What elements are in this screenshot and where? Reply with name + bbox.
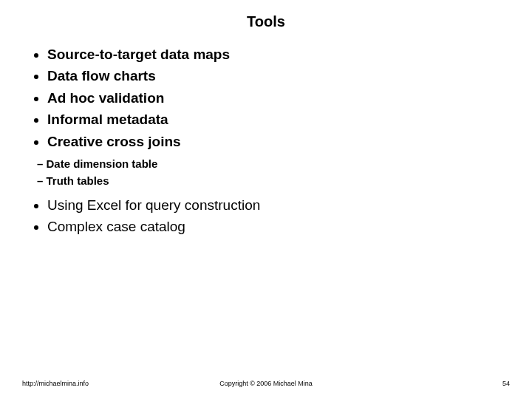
slide-content: Source-to-target data maps Data flow cha… (0, 30, 532, 238)
slide-title: Tools (0, 0, 532, 30)
footer-page-number: 54 (502, 380, 510, 387)
list-item: Creative cross joins (47, 131, 510, 152)
list-item: Source-to-target data maps (47, 44, 510, 65)
list-item: Data flow charts (47, 65, 510, 86)
footer-copyright: Copyright © 2006 Michael Mina (0, 380, 532, 387)
list-item: Date dimension table (37, 155, 510, 172)
list-item: Informal metadata (47, 109, 510, 130)
bullet-list-after: Using Excel for query construction Compl… (22, 194, 510, 238)
bullet-list-main: Source-to-target data maps Data flow cha… (22, 44, 510, 152)
list-item: Truth tables (37, 172, 510, 189)
list-item: Complex case catalog (47, 216, 510, 237)
bullet-list-sub: Date dimension table Truth tables (22, 155, 510, 190)
list-item: Ad hoc validation (47, 87, 510, 109)
list-item: Using Excel for query construction (47, 194, 510, 216)
